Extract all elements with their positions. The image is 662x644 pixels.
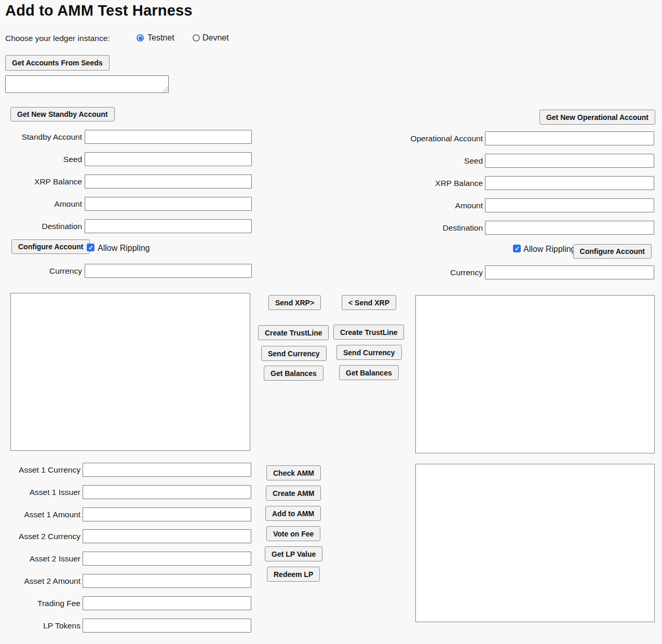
operational-account-input[interactable] [485,131,654,145]
asset1-amount-label: Asset 1 Amount [0,507,80,521]
trading-fee-label: Trading Fee [0,596,80,610]
operational-destination-input[interactable] [485,221,654,235]
standby-configure-account-button[interactable]: Configure Account [11,239,90,254]
create-trustline-standby-button[interactable]: Create TrustLine [258,325,329,340]
standby-amount-label: Amount [0,197,82,211]
asset1-issuer-label: Asset 1 Issuer [0,485,80,499]
operational-allow-rippling-checkbox[interactable] [513,245,521,252]
standby-destination-input[interactable] [85,219,252,233]
standby-currency-input[interactable] [85,264,252,278]
asset2-amount-input[interactable] [83,574,251,588]
page-title: Add to AMM Test Harness [5,2,193,19]
operational-currency-label: Currency [332,265,483,279]
get-balances-standby-button[interactable]: Get Balances [264,366,323,381]
get-accounts-from-seeds-button[interactable]: Get Accounts From Seeds [5,55,110,71]
operational-account-label: Operational Account [332,131,483,145]
operational-xrp-balance-input[interactable] [485,176,654,190]
get-new-operational-account-button[interactable]: Get New Operational Account [539,110,655,125]
send-currency-operational-button[interactable]: Send Currency [336,345,402,360]
standby-xrp-balance-input[interactable] [85,175,252,189]
operational-amount-label: Amount [332,198,483,212]
standby-account-input[interactable] [85,130,252,144]
trading-fee-input[interactable] [83,596,251,610]
standby-xrp-balance-label: XRP Balance [0,175,82,189]
asset2-currency-input[interactable] [83,529,251,543]
get-lp-value-button[interactable]: Get LP Value [265,546,322,561]
send-xrp-operational-button[interactable]: < Send XRP [342,295,396,310]
asset2-currency-label: Asset 2 Currency [0,529,80,543]
standby-currency-label: Currency [0,264,82,278]
send-currency-standby-button[interactable]: Send Currency [261,346,327,361]
asset2-amount-label: Asset 2 Amount [0,574,80,588]
standby-results-area[interactable] [10,293,250,451]
redeem-lp-button[interactable]: Redeem LP [267,567,320,582]
resize-handle-icon[interactable] [162,86,168,92]
amm-results-area[interactable] [415,464,655,622]
send-xrp-standby-button[interactable]: Send XRP> [268,295,321,310]
vote-on-fee-button[interactable]: Vote on Fee [266,526,320,541]
asset1-currency-label: Asset 1 Currency [0,463,80,477]
operational-xrp-balance-label: XRP Balance [332,176,483,190]
seeds-textarea[interactable] [5,75,169,93]
radio-devnet[interactable] [193,34,200,42]
operational-destination-label: Destination [332,221,483,235]
operational-results-area[interactable] [415,295,655,453]
radio-testnet[interactable] [137,34,144,42]
standby-destination-label: Destination [0,219,82,233]
get-new-standby-account-button[interactable]: Get New Standby Account [10,107,115,122]
check-amm-button[interactable]: Check AMM [266,465,321,480]
asset2-issuer-input[interactable] [83,552,251,566]
radio-devnet-label[interactable]: Devnet [202,33,229,43]
operational-amount-input[interactable] [485,198,654,212]
asset1-currency-input[interactable] [83,463,251,477]
standby-amount-input[interactable] [85,197,252,211]
lp-tokens-label: LP Tokens [0,619,80,633]
operational-allow-rippling-label: Allow Rippling [523,244,576,254]
standby-account-label: Standby Account [0,130,82,144]
standby-allow-rippling-checkbox[interactable] [87,244,94,251]
operational-seed-input[interactable] [485,154,654,168]
add-to-amm-button[interactable]: Add to AMM [265,506,321,521]
create-trustline-operational-button[interactable]: Create TrustLine [333,325,404,340]
radio-testnet-label[interactable]: Testnet [147,33,174,43]
create-amm-button[interactable]: Create AMM [266,486,321,501]
asset1-issuer-input[interactable] [83,485,251,499]
operational-currency-input[interactable] [485,265,654,279]
standby-seed-label: Seed [0,152,82,166]
operational-seed-label: Seed [332,154,483,168]
standby-seed-input[interactable] [85,152,252,166]
lp-tokens-input[interactable] [83,619,251,633]
ledger-instance-label: Choose your ledger instance: [5,33,110,43]
asset1-amount-input[interactable] [83,507,251,521]
get-balances-operational-button[interactable]: Get Balances [339,365,399,380]
operational-configure-account-button[interactable]: Configure Account [573,244,652,259]
standby-allow-rippling-label: Allow Rippling [98,243,150,253]
amm-test-harness-page: Add to AMM Test Harness Choose your ledg… [0,0,662,644]
asset2-issuer-label: Asset 2 Issuer [0,552,80,566]
